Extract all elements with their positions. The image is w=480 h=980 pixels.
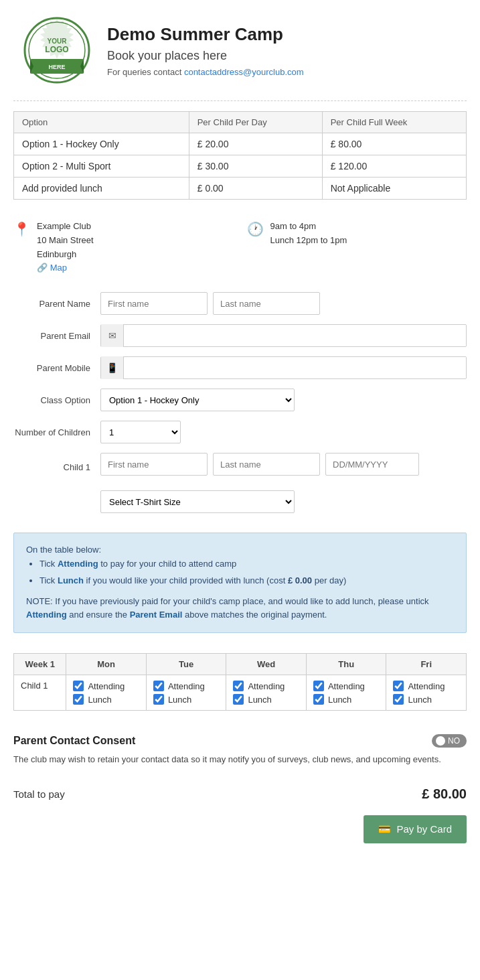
child1-first-name-input[interactable] [100, 453, 208, 476]
tue-checks: Attending Lunch [153, 681, 220, 705]
map-link[interactable]: Map [50, 263, 67, 273]
parent-name-label: Parent Name [13, 299, 100, 309]
tue-lunch-label: Lunch [168, 695, 191, 705]
thu-lunch-label: Lunch [328, 695, 351, 705]
schedule-table: Week 1 Mon Tue Wed Thu Fri Child 1 Atten… [13, 653, 467, 711]
pay-button[interactable]: 💳 Pay by Card [364, 815, 467, 843]
mon-header: Mon [66, 654, 147, 675]
row3-per-day: £ 0.00 [189, 178, 322, 200]
info-box-intro: On the table below: [26, 543, 454, 557]
num-children-label: Number of Children [13, 427, 100, 437]
parent-mobile-label: Parent Mobile [13, 363, 100, 373]
row2-per-week: £ 120.00 [322, 155, 466, 178]
fri-lunch-checkbox[interactable] [393, 694, 404, 705]
class-option-label: Class Option [13, 395, 100, 405]
location-name: Example Club [37, 220, 94, 234]
svg-text:HERE: HERE [48, 64, 65, 70]
schedule-child1-row: Child 1 Attending Lunch [14, 675, 467, 711]
fri-header: Fri [386, 654, 467, 675]
child1-dob-input[interactable] [325, 453, 419, 476]
info-box: On the table below: Tick Attending to pa… [13, 533, 467, 633]
wed-lunch-item: Lunch [233, 694, 299, 705]
email-note-bold: Parent Email [130, 610, 183, 620]
mon-attending-checkbox[interactable] [73, 681, 84, 691]
col-per-week: Per Child Full Week [322, 112, 466, 133]
thu-lunch-checkbox[interactable] [313, 694, 324, 705]
booking-form: Parent Name Parent Email ✉ Parent Mobile… [0, 289, 480, 526]
wed-lunch-label: Lunch [248, 695, 271, 705]
header-text-block: Demo Summer Camp Book your places here F… [107, 24, 460, 77]
fri-attending-checkbox[interactable] [393, 681, 404, 691]
pricing-table: Option Per Child Per Day Per Child Full … [13, 111, 467, 200]
tue-header: Tue [146, 654, 226, 675]
fri-cell: Attending Lunch [386, 675, 467, 711]
fri-checks: Attending Lunch [393, 681, 459, 705]
num-children-select[interactable]: 1 2 3 4 5 [100, 421, 181, 443]
thu-checks: Attending Lunch [313, 681, 380, 705]
info-bullet-1: Tick Attending to pay for your child to … [39, 557, 454, 571]
thu-cell: Attending Lunch [306, 675, 386, 711]
child1-tshirt-select[interactable]: Select T-Shirt Size XS S M L XL [100, 490, 295, 513]
parent-last-name-input[interactable] [213, 292, 320, 315]
hours-lunch: Lunch 12pm to 1pm [270, 234, 347, 248]
location-text: Example Club 10 Main Street Edinburgh 🔗 … [37, 220, 94, 275]
wed-attending-label: Attending [248, 681, 285, 691]
mon-lunch-checkbox[interactable] [73, 694, 84, 705]
child1-last-name-input[interactable] [213, 453, 320, 476]
tue-lunch-checkbox[interactable] [153, 694, 164, 705]
location-icon: 📍 [13, 221, 30, 275]
wed-attending-checkbox[interactable] [233, 681, 244, 691]
parent-mobile-row: Parent Mobile 📱 [13, 356, 467, 379]
consent-section: Parent Contact Consent NO The club may w… [0, 724, 480, 773]
thu-attending-item: Attending [313, 681, 380, 691]
thu-attending-checkbox[interactable] [313, 681, 324, 691]
location-street: 10 Main Street [37, 234, 94, 248]
mon-lunch-label: Lunch [88, 695, 111, 705]
contact-info: For queries contact contactaddress@yourc… [107, 67, 460, 77]
credit-card-icon: 💳 [378, 823, 391, 835]
clock-icon: 🕐 [247, 221, 264, 275]
total-amount: £ 80.00 [422, 786, 467, 802]
tue-attending-item: Attending [153, 681, 220, 691]
contact-email-link[interactable]: contactaddress@yourclub.com [184, 67, 304, 77]
svg-text:LOGO: LOGO [45, 45, 68, 54]
svg-text:YOUR: YOUR [48, 38, 68, 45]
parent-name-inputs [100, 292, 467, 315]
mon-cell: Attending Lunch [66, 675, 147, 711]
child1-tshirt-row: Select T-Shirt Size XS S M L XL [13, 490, 467, 513]
tue-attending-checkbox[interactable] [153, 681, 164, 691]
location-block: 📍 Example Club 10 Main Street Edinburgh … [13, 220, 234, 275]
consent-header: Parent Contact Consent NO [13, 734, 467, 748]
child1-row: Child 1 [13, 453, 467, 481]
parent-email-row: Parent Email ✉ [13, 324, 467, 347]
mon-attending-label: Attending [88, 681, 125, 691]
attending-note-bold: Attending [26, 610, 67, 620]
fri-attending-item: Attending [393, 681, 459, 691]
wed-cell: Attending Lunch [226, 675, 307, 711]
mobile-icon: 📱 [101, 356, 124, 379]
class-option-select[interactable]: Option 1 - Hockey Only Option 2 - Multi … [100, 389, 295, 411]
consent-toggle[interactable]: NO [432, 734, 467, 748]
parent-mobile-input[interactable] [124, 357, 466, 378]
hours-text: 9am to 4pm Lunch 12pm to 1pm [270, 220, 347, 275]
parent-mobile-wrapper: 📱 [100, 356, 467, 379]
child1-label: Child 1 [13, 462, 100, 472]
fri-lunch-label: Lunch [408, 695, 431, 705]
parent-email-wrapper: ✉ [100, 324, 467, 347]
table-row: Add provided lunch £ 0.00 Not Applicable [14, 178, 467, 200]
pay-section: 💳 Pay by Card [0, 809, 480, 863]
row2-per-day: £ 30.00 [189, 155, 322, 178]
row1-per-day: £ 20.00 [189, 133, 322, 155]
num-children-row: Number of Children 1 2 3 4 5 [13, 421, 467, 443]
child1-name-inputs [100, 453, 467, 476]
info-box-note: NOTE: If you have previously paid for yo… [26, 595, 454, 623]
total-label: Total to pay [13, 788, 65, 800]
col-option: Option [14, 112, 189, 133]
consent-text: The club may wish to retain your contact… [13, 753, 467, 766]
wed-lunch-checkbox[interactable] [233, 694, 244, 705]
location-city: Edinburgh [37, 248, 94, 262]
thu-attending-label: Attending [328, 681, 365, 691]
parent-email-input[interactable] [124, 325, 466, 346]
parent-first-name-input[interactable] [100, 292, 208, 315]
table-row: Option 2 - Multi Sport £ 30.00 £ 120.00 [14, 155, 467, 178]
